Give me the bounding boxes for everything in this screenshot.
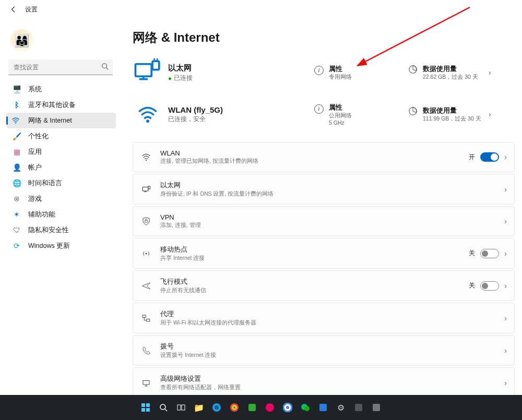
globe-icon: 🌐 [11,179,22,187]
avatar[interactable]: 👨‍👩‍👧 [10,29,33,52]
taskbar-chrome[interactable] [280,400,295,415]
sidebar-item-time-language[interactable]: 🌐时间和语言 [6,175,116,191]
network-wlan-summary: WLAN (fly_5G) 已连接，安全 i 属性 公用网络 5 GHz 数据使… [133,95,515,137]
data-usage-icon [408,106,418,116]
sidebar-item-privacy[interactable]: 🛡隐私和安全性 [6,222,116,238]
back-button[interactable] [7,3,20,16]
sidebar-item-personalization[interactable]: 🖌️个性化 [6,128,116,144]
page-title: 网络 & Internet [133,29,515,46]
svg-rect-26 [141,408,145,412]
taskbar-wechat[interactable] [298,400,313,415]
taskbar-app-blue[interactable] [316,400,330,415]
brush-icon: 🖌️ [11,132,22,140]
main-content: 网络 & Internet 以太网 ●已连接 i 属性 [118,19,522,395]
search-input[interactable] [8,59,113,75]
proxy-icon [140,314,152,323]
taskbar-explorer[interactable]: 📁 [192,400,206,415]
sidebar-item-network[interactable]: 网络 & Internet [6,113,116,128]
dialup-icon [140,346,152,355]
taskbar-app-green[interactable] [245,400,259,415]
svg-point-18 [146,253,147,254]
airplane-toggle-label: 关 [469,281,475,290]
network-ethernet-summary: 以太网 ●已连接 i 属性 专用网络 数据使用量 22.62 GB，过去 30 … [133,53,515,95]
wlan-toggle[interactable] [480,152,499,162]
card-ethernet[interactable]: 以太网身份验证, IP 和 DNS 设置, 按流量计费的网络 › [133,174,515,205]
chevron-right-icon: › [504,314,507,322]
taskbar-taskview[interactable] [174,400,188,415]
gaming-icon: ⊗ [11,195,22,203]
svg-point-41 [286,406,289,409]
sidebar-item-bluetooth[interactable]: ᛒ蓝牙和其他设备 [6,97,116,113]
chevron-right-icon[interactable]: › [487,110,493,118]
chevron-right-icon: › [504,153,507,161]
info-icon: i [314,104,324,114]
person-icon: 👤 [11,163,22,172]
accessibility-icon: ✶ [11,210,22,219]
card-hotspot[interactable]: 移动热点共享 Internet 连接 关 › [133,238,515,269]
sidebar-item-gaming[interactable]: ⊗游戏 [6,191,116,207]
svg-rect-27 [146,408,150,412]
ethernet-properties-button[interactable]: i 属性 专用网络 [314,65,408,81]
svg-rect-44 [319,404,327,411]
chevron-right-icon: › [504,346,507,355]
wifi-icon [140,152,152,162]
chevron-right-icon[interactable]: › [487,68,493,77]
card-vpn[interactable]: VPN添加, 连接, 管理 › [133,206,515,236]
sidebar-item-accounts[interactable]: 👤帐户 [6,160,116,175]
search-icon [101,63,109,70]
svg-rect-30 [177,405,181,410]
search-box[interactable] [8,59,113,75]
ethernet-data-usage-button[interactable]: 数据使用量 22.62 GB，过去 30 天 [408,65,487,81]
svg-rect-21 [143,380,149,385]
taskbar-app-extra1[interactable] [351,400,366,415]
svg-line-29 [165,409,167,411]
vpn-shield-icon [140,217,152,226]
svg-rect-24 [141,403,145,407]
svg-rect-46 [373,404,380,411]
ethernet-title: 以太网 [168,63,314,73]
card-wlan[interactable]: WLAN连接, 管理已知网络, 按流量计费的网络 开 › [133,142,515,172]
svg-rect-4 [135,64,151,77]
taskbar-app-pink[interactable] [263,400,277,415]
svg-point-1 [102,64,107,68]
wifi-large-icon [133,99,163,129]
svg-line-2 [106,68,109,70]
card-advanced-network[interactable]: 高级网络设置查看所有网络适配器，网络重置 › [133,367,515,395]
taskbar-settings[interactable]: ⚙ [334,400,348,415]
taskbar-start[interactable] [138,400,153,415]
svg-rect-37 [248,404,256,411]
apps-icon: ▦ [11,148,22,156]
taskbar-edge[interactable] [209,400,224,415]
svg-point-43 [304,406,310,411]
taskbar-search[interactable] [156,400,171,415]
sidebar-item-windows-update[interactable]: ⟳Windows 更新 [6,238,116,254]
svg-rect-16 [148,186,150,189]
svg-rect-5 [139,78,148,80]
bluetooth-icon: ᛒ [11,101,22,109]
chevron-right-icon: › [504,379,507,387]
card-airplane[interactable]: 飞行模式停止所有无线通信 关 › [133,270,515,301]
info-icon: i [314,66,324,75]
svg-point-28 [160,404,165,410]
chevron-right-icon: › [504,217,507,225]
wlan-data-usage-button[interactable]: 数据使用量 111.99 GB，过去 30 天 [408,106,487,123]
hotspot-toggle[interactable] [480,249,499,258]
shield-icon: 🛡 [11,226,22,234]
taskbar-app-colorful[interactable] [227,400,242,415]
svg-rect-14 [143,187,148,191]
svg-rect-31 [182,405,185,410]
svg-rect-25 [146,403,150,407]
wlan-status: 已连接，安全 [168,115,206,123]
svg-point-36 [233,406,235,409]
wlan-properties-button[interactable]: i 属性 公用网络 5 GHz [314,103,408,126]
sidebar-item-apps[interactable]: ▦应用 [6,144,116,160]
svg-rect-17 [145,221,148,223]
card-dialup[interactable]: 拨号设置拨号 Internet 连接 › [133,335,515,366]
sidebar-item-accessibility[interactable]: ✶辅助功能 [6,207,116,222]
window-title: 设置 [25,5,38,14]
sidebar-item-system[interactable]: 🖥️系统 [6,81,116,97]
airplane-toggle[interactable] [480,281,499,291]
taskbar-app-extra2[interactable] [369,400,384,415]
svg-rect-7 [152,61,159,69]
card-proxy[interactable]: 代理用于 Wi-Fi 和以太网连接的代理服务器 › [133,303,515,333]
